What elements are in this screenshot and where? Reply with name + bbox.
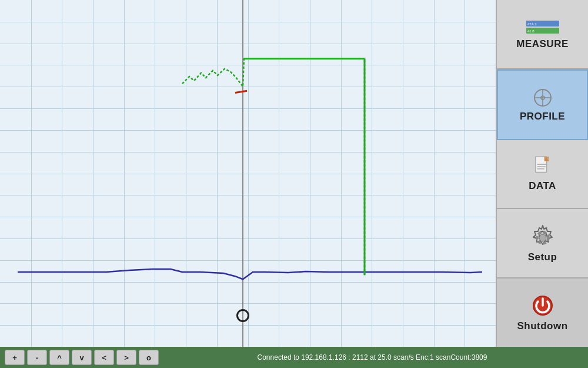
btn-up[interactable]: ^ (49, 350, 69, 365)
data-icon (533, 155, 553, 178)
status-text: Connected to 192.168.1.126 : 2112 at 25.… (161, 353, 583, 362)
setup-label: Setup (528, 251, 557, 263)
chart-traces (0, 0, 496, 347)
data-label: DATA (529, 180, 556, 192)
main-area: 47A.3 41.8 MEASURE PROFILE (0, 0, 588, 347)
btn-plus[interactable]: + (5, 350, 25, 365)
svg-text:41.8: 41.8 (527, 29, 534, 33)
chart-area (0, 0, 496, 347)
btn-right[interactable]: > (116, 350, 136, 365)
svg-rect-10 (544, 157, 549, 161)
shutdown-icon (530, 293, 555, 318)
sidebar-btn-shutdown[interactable]: Shutdown (497, 279, 588, 347)
svg-point-15 (539, 234, 546, 241)
btn-minus[interactable]: - (27, 350, 47, 365)
sidebar-btn-data[interactable]: DATA (497, 140, 588, 210)
profile-icon (529, 87, 556, 108)
profile-label: PROFILE (520, 111, 565, 122)
sidebar-btn-measure[interactable]: 47A.3 41.8 MEASURE (497, 0, 588, 69)
red-marker (235, 91, 247, 92)
blue-trace (18, 269, 482, 279)
bottom-toolbar: + - ^ v < > o Connected to 192.168.1.126… (0, 347, 588, 368)
sidebar: 47A.3 41.8 MEASURE PROFILE (496, 0, 588, 347)
sidebar-btn-profile[interactable]: PROFILE (497, 69, 588, 140)
circle-marker (236, 309, 249, 322)
btn-o[interactable]: o (139, 350, 159, 365)
measure-icon: 47A.3 41.8 (525, 18, 560, 36)
btn-down[interactable]: v (72, 350, 92, 365)
sidebar-btn-setup[interactable]: Setup (497, 209, 588, 279)
shutdown-label: Shutdown (517, 320, 567, 332)
svg-text:47A.3: 47A.3 (527, 22, 537, 26)
setup-gear (532, 227, 554, 249)
green-trace-dotted (182, 59, 365, 276)
btn-left[interactable]: < (94, 350, 114, 365)
measure-label: MEASURE (516, 38, 569, 50)
